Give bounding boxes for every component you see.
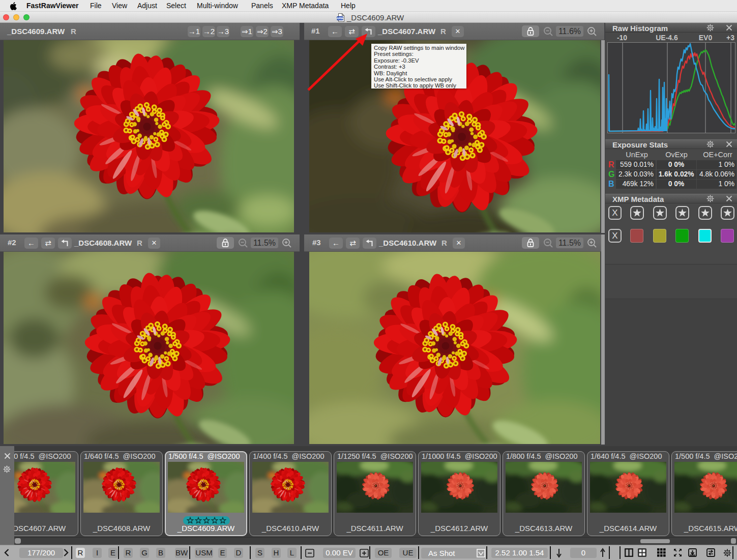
svg-text:ARW: ARW (337, 17, 344, 20)
